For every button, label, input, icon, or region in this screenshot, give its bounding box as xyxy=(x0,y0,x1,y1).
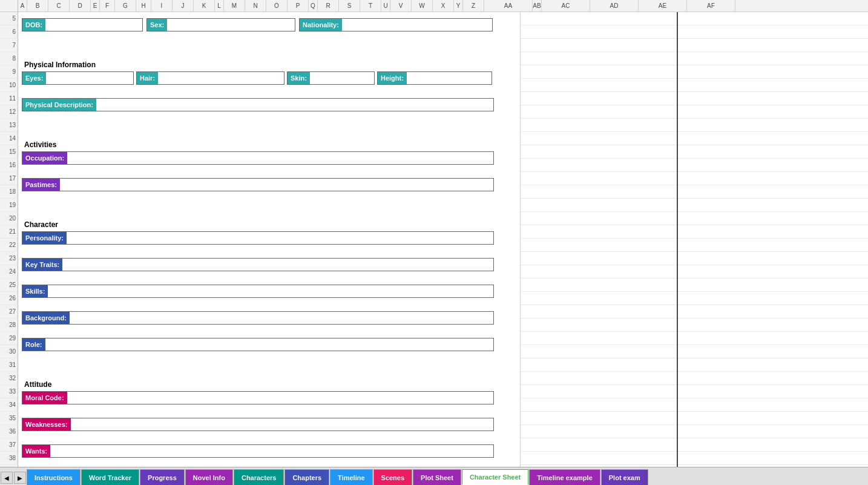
moralcode-value[interactable] xyxy=(67,392,493,404)
col-header-Z: Z xyxy=(463,0,484,12)
character-section-header: Character xyxy=(22,218,516,231)
eyes-field[interactable]: Eyes: xyxy=(22,71,134,85)
row-num-14: 14 xyxy=(0,132,18,145)
row-num-10: 10 xyxy=(0,79,18,92)
keytraits-value[interactable] xyxy=(62,259,493,271)
row-num-19: 19 xyxy=(0,199,18,212)
tab-nav-left[interactable]: ◀ xyxy=(1,472,13,484)
col-header-T: T xyxy=(360,0,381,12)
weaknesses-label: Weaknesses: xyxy=(22,418,71,431)
row-num-36: 36 xyxy=(0,425,18,438)
row-num-32: 32 xyxy=(0,372,18,385)
occupation-field[interactable]: Occupation: xyxy=(22,151,494,165)
row-num-20: 20 xyxy=(0,212,18,225)
col-header-E: E xyxy=(91,0,100,12)
role-field[interactable]: Role: xyxy=(22,338,494,351)
personality-value[interactable] xyxy=(67,232,493,244)
spreadsheet: ABCDEFGHIJKLMNOPQRSTUVWXYZAAABACADAEAF 5… xyxy=(0,0,868,485)
sex-field[interactable]: Sex: xyxy=(146,18,295,31)
nationality-value[interactable] xyxy=(342,19,492,31)
wants-value[interactable] xyxy=(50,445,493,457)
pastimes-value[interactable] xyxy=(60,179,493,191)
physical-title: Physical Information xyxy=(22,61,96,69)
tab-novel-info[interactable]: Novel Info xyxy=(185,469,233,485)
col-header-Y: Y xyxy=(454,0,463,12)
role-label: Role: xyxy=(22,338,45,351)
col-header-O: O xyxy=(266,0,288,12)
skills-value[interactable] xyxy=(48,285,493,297)
hair-field[interactable]: Hair: xyxy=(136,71,284,85)
height-field[interactable]: Height: xyxy=(377,71,492,85)
column-header-row: ABCDEFGHIJKLMNOPQRSTUVWXYZAAABACADAEAF xyxy=(0,0,868,12)
skin-field[interactable]: Skin: xyxy=(287,71,375,85)
tab-progress[interactable]: Progress xyxy=(140,469,185,485)
moralcode-field[interactable]: Moral Code: xyxy=(22,391,494,404)
background-value[interactable] xyxy=(70,312,493,324)
occupation-value[interactable] xyxy=(67,152,493,164)
tab-plot-sheet[interactable]: Plot Sheet xyxy=(413,469,461,485)
moralcode-label: Moral Code: xyxy=(22,392,67,404)
eyes-value[interactable] xyxy=(46,72,133,84)
body-area: 5678910111213141516171819202122232425262… xyxy=(0,12,868,467)
pastimes-field[interactable]: Pastimes: xyxy=(22,178,494,191)
personality-label: Personality: xyxy=(22,232,67,244)
skills-row: Skills: xyxy=(22,285,516,298)
role-row: Role: xyxy=(22,338,516,351)
col-header-F: F xyxy=(100,0,115,12)
dob-field[interactable]: DOB: xyxy=(22,18,143,31)
row-num-30: 30 xyxy=(0,345,18,358)
tab-timeline[interactable]: Timeline xyxy=(330,469,372,485)
wants-field[interactable]: Wants: xyxy=(22,444,494,458)
col-header-H: H xyxy=(136,0,151,12)
weaknesses-value[interactable] xyxy=(71,418,493,431)
physical-desc-value[interactable] xyxy=(96,99,493,111)
col-header-W: W xyxy=(412,0,433,12)
tab-chapters[interactable]: Chapters xyxy=(284,469,329,485)
weaknesses-field[interactable]: Weaknesses: xyxy=(22,418,494,431)
skills-field[interactable]: Skills: xyxy=(22,285,494,298)
background-row: Background: xyxy=(22,311,516,325)
row-num-33: 33 xyxy=(0,385,18,398)
background-field[interactable]: Background: xyxy=(22,311,494,325)
physical-section-header: Physical Information xyxy=(22,58,516,71)
tab-character-sheet[interactable]: Character Sheet xyxy=(462,469,528,485)
row-num-7: 7 xyxy=(0,39,18,52)
right-panel xyxy=(678,12,868,467)
skin-value[interactable] xyxy=(310,72,374,84)
row-num-35: 35 xyxy=(0,412,18,425)
tab-word-tracker[interactable]: Word Tracker xyxy=(81,469,139,485)
row-num-17: 17 xyxy=(0,172,18,185)
occupation-row: Occupation: xyxy=(22,151,516,165)
height-label: Height: xyxy=(378,72,407,84)
tab-characters[interactable]: Characters xyxy=(234,469,284,485)
nationality-field[interactable]: Nationality: xyxy=(299,18,493,31)
role-value[interactable] xyxy=(45,338,494,351)
physical-desc-field[interactable]: Physical Description: xyxy=(22,98,494,111)
dob-value[interactable] xyxy=(45,19,142,31)
row-num-21: 21 xyxy=(0,225,18,239)
row-num-9: 9 xyxy=(0,65,18,79)
tab-plot-exam[interactable]: Plot exam xyxy=(601,469,648,485)
sex-value[interactable] xyxy=(167,19,295,31)
character-title: Character xyxy=(22,220,58,229)
occupation-label: Occupation: xyxy=(22,152,67,164)
keytraits-field[interactable]: Key Traits: xyxy=(22,258,494,271)
tab-nav-right[interactable]: ▶ xyxy=(14,472,26,484)
weaknesses-row: Weaknesses: xyxy=(22,418,516,431)
physical-desc-row: Physical Description: xyxy=(22,98,516,111)
row-num-28: 28 xyxy=(0,318,18,332)
hair-value[interactable] xyxy=(158,72,284,84)
skills-label: Skills: xyxy=(22,285,48,297)
tab-timeline-example[interactable]: Timeline example xyxy=(529,469,600,485)
row-number-strip: 5678910111213141516171819202122232425262… xyxy=(0,12,18,467)
col-header-L: L xyxy=(215,0,224,12)
tab-scenes[interactable]: Scenes xyxy=(373,469,413,485)
row-num-16: 16 xyxy=(0,159,18,172)
height-value[interactable] xyxy=(407,72,492,84)
dob-row: DOB: Sex: Nationality: xyxy=(22,18,516,31)
col-header-B: B xyxy=(27,0,48,12)
row-num-8: 8 xyxy=(0,52,18,65)
personality-field[interactable]: Personality: xyxy=(22,231,494,245)
col-header-C: C xyxy=(48,0,70,12)
tab-instructions[interactable]: Instructions xyxy=(27,469,81,485)
